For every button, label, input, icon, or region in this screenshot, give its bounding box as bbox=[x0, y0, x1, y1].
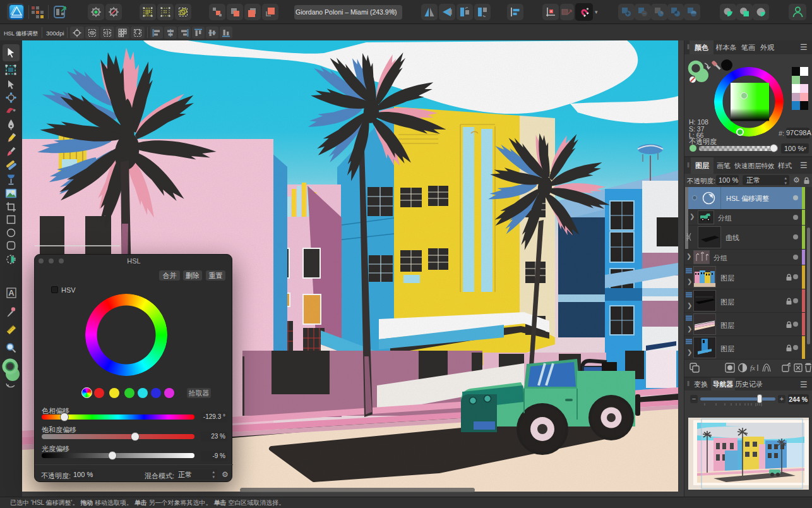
svg-text:A: A bbox=[8, 288, 15, 298]
svg-text:fx: fx bbox=[750, 364, 755, 372]
